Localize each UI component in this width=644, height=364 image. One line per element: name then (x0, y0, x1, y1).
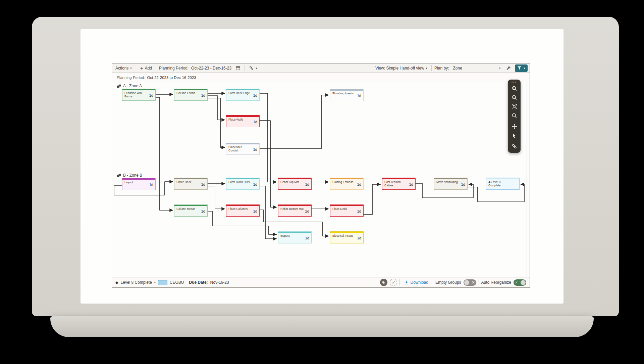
actions-menu-button[interactable]: Actions ▾ (114, 65, 133, 71)
task-color-bar (330, 232, 363, 233)
task-color-bar (226, 143, 259, 144)
task-label: Plumbing Inserts (332, 92, 356, 95)
link-menu-button[interactable]: ▾ (248, 65, 259, 71)
task-label: Embedded Conduit (228, 145, 252, 152)
select-pointer-button[interactable] (509, 131, 519, 140)
toggle-knob (464, 280, 469, 285)
add-button[interactable]: + Add (139, 65, 153, 71)
task-label: Place Deck (332, 207, 356, 211)
task-duration: 1d (305, 236, 309, 240)
view-selector-value: View: Simple Hand-off view (375, 66, 424, 71)
task-layout[interactable]: Layout1d (122, 178, 156, 190)
actions-label: Actions (115, 66, 128, 71)
toolbar-divider (431, 65, 432, 71)
chevron-down-icon: ▾ (256, 66, 257, 70)
task-rebar-top-mat[interactable]: Rebar Top Mat1d (278, 178, 312, 190)
zoom-out-button[interactable] (509, 93, 519, 102)
link-status-button[interactable] (380, 279, 387, 286)
task-color-bar (278, 232, 311, 233)
toolbar-drag-handle[interactable]: ••• (512, 81, 517, 84)
task-label: Place Walls (228, 118, 252, 121)
zoom-in-icon (512, 86, 517, 91)
chevron-down-icon: ▾ (499, 66, 501, 70)
task-leadside-wall-forms[interactable]: Leadside Wall Forms1d (122, 89, 156, 101)
empty-groups-toggle[interactable]: ✕ (464, 279, 476, 286)
task-shore-deck[interactable]: Shore Deck1d (174, 178, 208, 190)
task-electrical-inserts[interactable]: Electrical Inserts1d (330, 231, 364, 243)
task-form-deck-edge[interactable]: Form Deck Edge1d (226, 89, 260, 101)
task-duration: 1d (357, 94, 361, 98)
filter-button[interactable]: ▾ (515, 64, 528, 72)
task-label: Leadside Wall Forms (124, 91, 148, 98)
plan-by-selector[interactable]: Zone ▾ (451, 65, 502, 71)
milestone-diamond-icon: ◆ (115, 280, 118, 285)
footer-divider (433, 279, 433, 285)
zoom-to-fit-button[interactable] (509, 102, 519, 111)
task-label: Place Columns (228, 207, 252, 211)
task-column-forms[interactable]: Column Forms1d (174, 89, 208, 101)
toolbar-divider (136, 65, 136, 71)
settings-wrench-button[interactable] (504, 65, 512, 71)
task-label: Move scaffolding (436, 180, 460, 184)
task-rebar-bottom-mat[interactable]: Rebar Bottom Mat2d (278, 204, 312, 217)
task-form-block-outs[interactable]: Form Block Outs1d (226, 178, 260, 190)
task-color-bar (382, 178, 415, 179)
zone-a-label: A - Zone A (123, 84, 142, 88)
link-tool-button[interactable] (509, 142, 519, 151)
filter-funnel-icon (517, 66, 522, 70)
task-color-bar (486, 178, 519, 179)
link-icon (381, 280, 386, 285)
task-move-scaffolding[interactable]: Move scaffolding1d (434, 178, 468, 190)
task-embedded-conduit[interactable]: Embedded Conduit1d (226, 143, 260, 155)
task-place-walls[interactable]: Place Walls1d (226, 115, 260, 127)
task-duration: 1d (409, 182, 413, 186)
task-color-bar (226, 205, 259, 206)
task-label: Post Tension Cables (384, 180, 408, 187)
due-date-label: Due Date: (189, 280, 208, 285)
link-icon (249, 65, 254, 71)
zoom-to-fit-icon (512, 104, 517, 109)
pan-button[interactable] (509, 122, 519, 131)
footer-company: CEGBU (170, 280, 184, 285)
task-label: Shore Deck (176, 180, 200, 184)
page: Actions ▾ + Add Planning Period: Oct-22-… (0, 0, 644, 364)
task-plumbing-inserts[interactable]: Plumbing Inserts1d (330, 89, 364, 101)
task-color-bar (330, 205, 363, 206)
task-color-bar (330, 89, 363, 91)
footer-controls: Download Empty Groups ✕ Auto Reorganize … (380, 279, 526, 286)
task-glazing-embeds[interactable]: Glazing Embeds1d (330, 178, 364, 190)
task-label: ◆ Level 8 Complete (488, 180, 512, 187)
download-icon (404, 280, 409, 285)
task-place-columns[interactable]: Place Columns1d (226, 204, 260, 217)
task-post-tension-cables[interactable]: Post Tension Cables1d (382, 178, 416, 190)
group-icon (117, 174, 121, 177)
task-inspect[interactable]: Inspect1d (278, 231, 312, 243)
zoom-in-button[interactable] (509, 84, 519, 93)
search-button[interactable] (509, 111, 519, 120)
view-selector[interactable]: View: Simple Hand-off view ▾ (374, 65, 429, 71)
pan-icon (512, 124, 517, 129)
task-color-bar (226, 89, 259, 90)
task-label: Form Block Outs (228, 180, 252, 184)
x-icon: ✕ (471, 281, 475, 284)
check-icon (391, 280, 395, 284)
task-column-rebar[interactable]: Column Rebar1d (174, 204, 208, 217)
task-duration: 1d (253, 182, 257, 186)
footer-milestone-name: Level 8 Complete (120, 280, 152, 285)
task-place-deck[interactable]: Place Deck1d (330, 204, 364, 217)
scrollbar-track[interactable] (527, 82, 527, 277)
zoom-out-icon (512, 95, 517, 100)
task-color-bar (174, 89, 207, 90)
footer-bar: ◆ Level 8 Complete - CEGBU Due Date: Nov… (112, 277, 530, 287)
task-level-8-complete[interactable]: ◆ Level 8 Complete (486, 178, 520, 190)
calendar-icon-button[interactable] (234, 65, 242, 71)
task-duration: 1d (357, 182, 361, 186)
footer-divider (479, 279, 479, 285)
chevron-down-icon: ▾ (130, 66, 132, 70)
check-status-button[interactable] (390, 279, 397, 286)
task-duration: 1d (253, 120, 257, 124)
auto-reorganize-toggle[interactable]: ✓ (514, 279, 526, 286)
task-duration: 1d (201, 209, 205, 213)
chevron-down-icon: ▾ (524, 66, 525, 70)
download-button[interactable]: Download (402, 280, 430, 285)
